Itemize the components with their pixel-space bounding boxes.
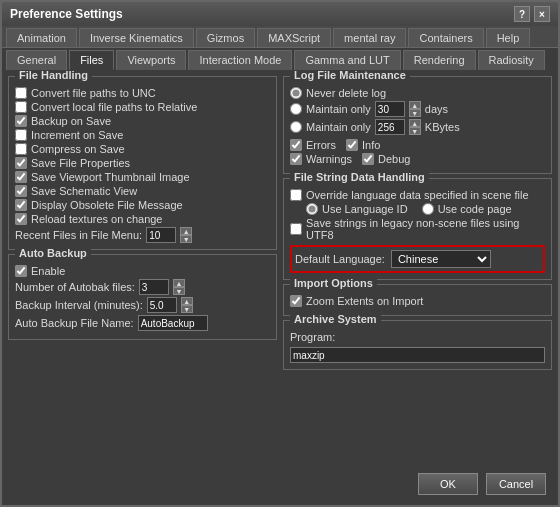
bottom-buttons: OK Cancel [8, 469, 552, 499]
maintain-kb-up[interactable]: ▲ [409, 119, 421, 127]
tab-mental-ray[interactable]: mental ray [333, 28, 406, 47]
override-lang-label: Override language data specified in scen… [306, 189, 529, 201]
maintain-kb-radio[interactable] [290, 121, 302, 133]
num-files-down[interactable]: ▼ [173, 287, 185, 295]
archive-system-title: Archive System [290, 313, 381, 325]
interval-up[interactable]: ▲ [181, 297, 193, 305]
override-lang-row: Override language data specified in scen… [290, 189, 545, 201]
use-lang-id-row: Use Language ID Use code page [306, 203, 545, 215]
checkbox-save-schematic: Save Schematic View [15, 185, 270, 197]
recent-files-down[interactable]: ▼ [180, 235, 192, 243]
checkbox-convert-relative-input[interactable] [15, 101, 27, 113]
file-name-input[interactable] [138, 315, 208, 331]
file-name-label: Auto Backup File Name: [15, 317, 134, 329]
tab-general[interactable]: General [6, 50, 67, 70]
checkbox-backup-save-input[interactable] [15, 115, 27, 127]
tab-radiosity[interactable]: Radiosity [478, 50, 545, 70]
checkbox-display-obsolete: Display Obsolete File Message [15, 199, 270, 211]
tab-maxscript[interactable]: MAXScript [257, 28, 331, 47]
archive-system-content: Program: [290, 331, 545, 363]
tab-viewports[interactable]: Viewports [116, 50, 186, 70]
tabs-row-2: General Files Viewports Interaction Mode… [2, 47, 558, 70]
right-panel: Log File Maintenance Never delete log Ma… [283, 76, 552, 465]
enable-backup-row: Enable [15, 265, 270, 277]
use-lang-id-radio[interactable] [306, 203, 318, 215]
title-bar-controls: ? × [514, 6, 550, 22]
checkbox-compress-save-input[interactable] [15, 143, 27, 155]
tab-animation[interactable]: Animation [6, 28, 77, 47]
tab-interaction-mode[interactable]: Interaction Mode [188, 50, 292, 70]
checkbox-save-thumbnail-input[interactable] [15, 171, 27, 183]
checkbox-save-schematic-input[interactable] [15, 185, 27, 197]
window-title: Preference Settings [10, 7, 123, 21]
save-strings-row: Save strings in legacy non-scene files u… [290, 217, 545, 241]
checkbox-backup-save: Backup on Save [15, 115, 270, 127]
tab-containers[interactable]: Containers [408, 28, 483, 47]
maintain-kb-spinner: ▲ ▼ [409, 119, 421, 135]
maintain-days-row: Maintain only ▲ ▼ days [290, 101, 545, 117]
checkbox-reload-textures-input[interactable] [15, 213, 27, 225]
file-name-row: Auto Backup File Name: [15, 315, 270, 331]
tab-gamma-lut[interactable]: Gamma and LUT [294, 50, 400, 70]
log-file-content: Never delete log Maintain only ▲ ▼ days [290, 87, 545, 167]
file-handling-group: File Handling Convert file paths to UNC … [8, 76, 277, 250]
checkbox-save-file-props-input[interactable] [15, 157, 27, 169]
checkbox-display-obsolete-input[interactable] [15, 199, 27, 211]
interval-down[interactable]: ▼ [181, 305, 193, 313]
maintain-days-radio[interactable] [290, 103, 302, 115]
checkbox-convert-relative: Convert local file paths to Relative [15, 101, 270, 113]
tab-help[interactable]: Help [486, 28, 531, 47]
maintain-days-up[interactable]: ▲ [409, 101, 421, 109]
warnings-checkbox[interactable] [290, 153, 302, 165]
file-handling-content: Convert file paths to UNC Convert local … [15, 87, 270, 243]
default-lang-highlight: Default Language: Chinese English Japane… [290, 245, 545, 273]
import-options-title: Import Options [290, 277, 377, 289]
num-files-up[interactable]: ▲ [173, 279, 185, 287]
zoom-extents-checkbox[interactable] [290, 295, 302, 307]
debug-checkbox[interactable] [362, 153, 374, 165]
tab-inverse-kinematics[interactable]: Inverse Kinematics [79, 28, 194, 47]
use-code-page-radio[interactable] [422, 203, 434, 215]
maintain-kb-down[interactable]: ▼ [409, 127, 421, 135]
log-file-title: Log File Maintenance [290, 70, 410, 81]
recent-files-up[interactable]: ▲ [180, 227, 192, 235]
help-button[interactable]: ? [514, 6, 530, 22]
interval-input[interactable] [147, 297, 177, 313]
maintain-days-input[interactable] [375, 101, 405, 117]
interval-row: Backup Interval (minutes): ▲ ▼ [15, 297, 270, 313]
maintain-kb-unit: KBytes [425, 121, 460, 133]
num-files-input[interactable] [139, 279, 169, 295]
auto-backup-group: Auto Backup Enable Number of Autobak fil… [8, 254, 277, 340]
content-area: File Handling Convert file paths to UNC … [2, 70, 558, 505]
errors-checkbox[interactable] [290, 139, 302, 151]
recent-files-input[interactable] [146, 227, 176, 243]
zoom-extents-row: Zoom Extents on Import [290, 295, 545, 307]
checkbox-increment-save: Increment on Save [15, 129, 270, 141]
warnings-check: Warnings [290, 153, 352, 165]
checkbox-convert-unc-input[interactable] [15, 87, 27, 99]
use-code-page-label: Use code page [438, 203, 512, 215]
enable-backup-checkbox[interactable] [15, 265, 27, 277]
checkbox-increment-save-input[interactable] [15, 129, 27, 141]
save-strings-checkbox[interactable] [290, 223, 302, 235]
cancel-button[interactable]: Cancel [486, 473, 546, 495]
checkbox-convert-unc: Convert file paths to UNC [15, 87, 270, 99]
file-string-title: File String Data Handling [290, 171, 429, 183]
ok-button[interactable]: OK [418, 473, 478, 495]
program-input[interactable] [290, 347, 545, 363]
never-delete-radio[interactable] [290, 87, 302, 99]
main-panels: File Handling Convert file paths to UNC … [8, 76, 552, 465]
info-checkbox[interactable] [346, 139, 358, 151]
tab-files[interactable]: Files [69, 50, 114, 70]
default-lang-select[interactable]: Chinese English Japanese Korean French G… [391, 250, 491, 268]
file-string-content: Override language data specified in scen… [290, 189, 545, 273]
import-options-content: Zoom Extents on Import [290, 295, 545, 307]
maintain-days-down[interactable]: ▼ [409, 109, 421, 117]
close-button[interactable]: × [534, 6, 550, 22]
tab-rendering[interactable]: Rendering [403, 50, 476, 70]
auto-backup-title: Auto Backup [15, 247, 91, 259]
maintain-kb-input[interactable] [375, 119, 405, 135]
override-lang-checkbox[interactable] [290, 189, 302, 201]
checkbox-save-thumbnail: Save Viewport Thumbnail Image [15, 171, 270, 183]
tab-gizmos[interactable]: Gizmos [196, 28, 255, 47]
